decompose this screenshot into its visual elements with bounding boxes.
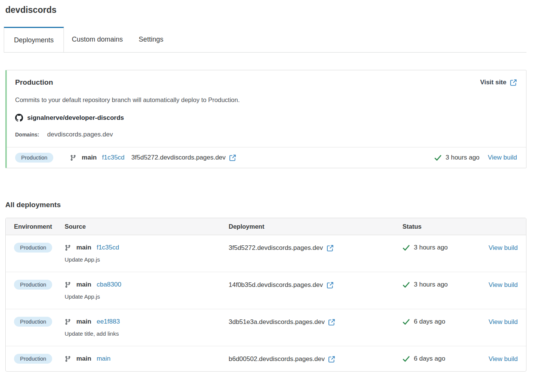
cell-status: 6 days ago	[402, 354, 477, 363]
environment-badge: Production	[14, 280, 52, 290]
external-link-icon	[510, 79, 517, 86]
branch-name: main	[76, 281, 91, 288]
visit-site-label: Visit site	[480, 79, 506, 86]
cell-action: View build	[489, 317, 518, 326]
domains-value: devdiscords.pages.dev	[47, 131, 113, 138]
git-branch-icon	[70, 155, 76, 161]
status-time: 3 hours ago	[414, 244, 448, 251]
commit-link[interactable]: f1c35cd	[97, 244, 119, 251]
git-branch-icon	[65, 356, 71, 362]
status-info: 3 hours ago View build	[434, 154, 517, 161]
commit-message: Update App.js	[65, 256, 229, 263]
commit-link[interactable]: cba8300	[97, 281, 121, 288]
tab-deployments[interactable]: Deployments	[4, 27, 64, 52]
check-icon	[402, 281, 410, 288]
cell-deployment: 3f5d5272.devdiscords.pages.dev	[229, 243, 402, 252]
cell-environment: Production	[14, 354, 65, 364]
status-time: 6 days ago	[414, 355, 445, 363]
status-time: 3 hours ago	[414, 281, 448, 288]
cell-deployment: 14f0b35d.devdiscords.pages.dev	[229, 280, 402, 289]
deployment-url: b6d00502.devdiscords.pages.dev	[229, 355, 325, 363]
cell-status: 3 hours ago	[402, 243, 477, 251]
table-header: Environment Source Deployment Status	[6, 218, 526, 235]
commit-link[interactable]: ee1f883	[97, 318, 120, 325]
cell-action: View build	[489, 354, 518, 363]
environment-badge: Production	[14, 243, 52, 253]
source-info: main f1c35cd 3f5d5272.devdiscords.pages.…	[70, 154, 236, 161]
branch-name: main	[76, 244, 91, 251]
view-build-link[interactable]: View build	[489, 244, 518, 251]
check-icon	[402, 318, 410, 325]
column-status: Status	[402, 223, 477, 230]
column-environment: Environment	[14, 223, 65, 230]
deployment-url: 3db51e3a.devdiscords.pages.dev	[229, 318, 325, 326]
production-title: Production	[15, 78, 53, 87]
deployment-url: 3f5d5272.devdiscords.pages.dev	[132, 154, 226, 161]
external-link-icon[interactable]	[229, 154, 236, 161]
cell-source: main f1c35cd Update App.js	[65, 243, 229, 263]
external-link-icon[interactable]	[328, 319, 335, 326]
production-card-body: Production Visit site Commits to your de…	[7, 70, 526, 147]
production-description: Commits to your default repository branc…	[15, 96, 517, 104]
page-title: devdiscords	[5, 5, 526, 15]
github-icon	[15, 114, 23, 122]
check-icon	[434, 154, 441, 161]
deployment-url: 3f5d5272.devdiscords.pages.dev	[229, 244, 323, 252]
all-deployments-title: All deployments	[5, 201, 526, 209]
cell-action: View build	[489, 243, 518, 252]
branch-name: main	[76, 355, 91, 363]
cell-deployment: b6d00502.devdiscords.pages.dev	[229, 354, 402, 363]
check-icon	[402, 244, 410, 251]
pages-project-page: devdiscords Deployments Custom domains S…	[0, 0, 534, 372]
deployment-url-group: 3f5d5272.devdiscords.pages.dev	[132, 154, 237, 161]
tab-bar: Deployments Custom domains Settings	[4, 27, 526, 53]
github-repo-link[interactable]: signalnerve/developer-discords	[15, 114, 517, 122]
table-row: Production main main b6d00502.devdiscord…	[6, 346, 526, 371]
commit-message: Update title, add links	[65, 330, 229, 337]
git-branch-icon	[65, 319, 71, 325]
external-link-icon[interactable]	[327, 245, 334, 252]
production-deployment-row: Production main f1c35cd 3f5d5272.devdisc…	[7, 147, 526, 168]
deployment-url: 14f0b35d.devdiscords.pages.dev	[229, 281, 323, 289]
cell-action: View build	[489, 280, 518, 289]
column-deployment: Deployment	[229, 223, 402, 230]
domains-row: Domains: devdiscords.pages.dev	[15, 131, 517, 147]
deployments-table: Environment Source Deployment Status Pro…	[5, 218, 526, 372]
view-build-link[interactable]: View build	[489, 355, 518, 363]
status-time: 3 hours ago	[446, 154, 480, 161]
git-branch-icon	[65, 245, 71, 251]
table-row: Production main cba8300 Update App.js 14…	[6, 272, 526, 309]
external-link-icon[interactable]	[328, 356, 335, 363]
git-branch-icon	[65, 282, 71, 288]
cell-environment: Production	[14, 317, 65, 327]
cell-source: main main	[65, 354, 229, 363]
view-build-link[interactable]: View build	[489, 318, 518, 325]
view-build-link[interactable]: View build	[488, 154, 517, 161]
branch-name: main	[76, 318, 91, 325]
branch-name: main	[82, 154, 97, 161]
environment-badge: Production	[15, 153, 53, 163]
cell-deployment: 3db51e3a.devdiscords.pages.dev	[229, 317, 402, 326]
production-card: Production Visit site Commits to your de…	[5, 70, 526, 168]
check-icon	[402, 355, 410, 363]
cell-status: 6 days ago	[402, 317, 477, 325]
environment-badge: Production	[14, 354, 52, 364]
tab-custom-domains[interactable]: Custom domains	[64, 27, 131, 52]
table-row: Production main ee1f883 Update title, ad…	[6, 309, 526, 346]
cell-environment: Production	[14, 280, 65, 290]
environment-badge: Production	[14, 317, 52, 327]
commit-link[interactable]: main	[97, 355, 111, 363]
commit-link[interactable]: f1c35cd	[102, 154, 125, 161]
production-card-header: Production Visit site	[15, 78, 517, 87]
column-source: Source	[65, 223, 229, 230]
repo-name: signalnerve/developer-discords	[27, 114, 124, 122]
visit-site-link[interactable]: Visit site	[480, 79, 517, 86]
cell-environment: Production	[14, 243, 65, 253]
tab-settings[interactable]: Settings	[131, 27, 171, 52]
view-build-link[interactable]: View build	[489, 281, 518, 288]
external-link-icon[interactable]	[327, 282, 334, 289]
cell-source: main ee1f883 Update title, add links	[65, 317, 229, 337]
commit-message: Update App.js	[65, 293, 229, 300]
table-row: Production main f1c35cd Update App.js 3f…	[6, 235, 526, 272]
cell-status: 3 hours ago	[402, 280, 477, 288]
